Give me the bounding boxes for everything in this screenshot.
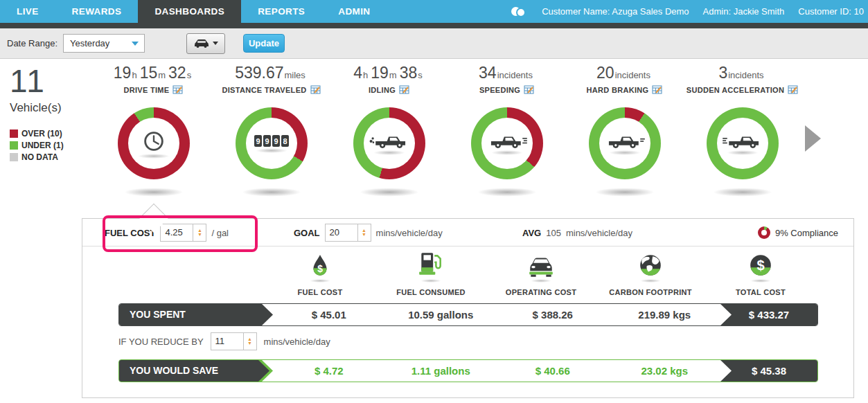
tab-rewards[interactable]: REWARDS [55,0,139,23]
kpi-label: DISTANCE TRAVELED [222,86,306,94]
admin-name-label: Admin: Jackie Smith [703,6,785,17]
save-fuel-consumed: 1.11 gallons [385,360,497,382]
icon-shadow [531,279,551,283]
over-swatch [10,129,18,138]
spinner-down-icon[interactable]: ▼ [247,341,252,346]
svg-text:9: 9 [265,137,269,145]
avg-value: 105 [546,228,561,238]
tab-admin[interactable]: ADMIN [321,0,387,23]
fuel-detail-panel: FUEL COST 4.25 ▲▼ / gal GOAL 20 ▲▼ mins/… [82,218,854,398]
drive-time-donut[interactable] [118,107,190,179]
fuel-cost-input[interactable]: 4.25 [161,224,193,241]
fuel-cost-unit: / gal [211,228,229,238]
donut-shadow [477,188,538,197]
goal-spinner: 20 ▲▼ [325,224,371,242]
donut-shadow [241,188,302,197]
cost-icon-columns: $ FUEL COST FUEL CONSUMED OPERATING COST… [82,249,853,301]
icon-shadow [640,279,661,283]
spent-operating-cost: $ 388.26 [497,304,609,325]
kpi-row: 19h15m32s DRIVE TIME 539.67miles DISTANC… [95,64,801,197]
icon-shadow [310,279,330,283]
tab-dashboards[interactable]: DASHBOARDS [138,0,241,28]
icon-shadow [138,154,170,159]
svg-text:$: $ [317,263,323,274]
kpi-value: 20incidents [566,64,684,83]
spent-fuel-cost: $ 45.01 [273,304,385,325]
reduce-label: IF YOU REDUCE BY [118,337,204,347]
carousel-next-arrow[interactable] [805,125,821,152]
under-swatch [10,141,18,150]
svg-text:9: 9 [274,137,278,145]
column-label: CARBON FOOTPRINT [595,288,706,296]
legend-item-nodata: NO DATA [10,152,93,162]
date-range-label: Date Range: [7,38,57,48]
kpi-card-sudden-acceleration: 3incidents SUDDEN ACCELERATION [684,64,801,197]
spent-fuel-consumed: 10.59 gallons [385,304,497,325]
panel-settings-row: FUEL COST 4.25 ▲▼ / gal GOAL 20 ▲▼ mins/… [82,219,853,247]
icon-shadow [420,279,441,283]
spent-total: $ 433.27 [720,304,817,325]
globe-icon [638,253,663,278]
kpi-card-drive-time: 19h15m32s DRIVE TIME [95,64,213,197]
svg-text:$: $ [756,258,764,273]
column-label: FUEL CONSUMED [375,288,486,296]
date-range-select[interactable]: Yesterday [63,34,145,53]
customer-id-label: Customer ID: 10 [798,6,864,17]
car-icon [193,39,210,48]
dashboard-page: LIVE REWARDS DASHBOARDS REPORTS ADMIN Cu… [0,0,868,403]
speeding-truck-icon [486,132,528,151]
kpi-label: DRIVE TIME [124,86,170,94]
idling-donut[interactable] [353,107,425,179]
donut-hole [717,118,768,169]
edit-goal-calendar-icon[interactable] [788,85,799,95]
date-range-value: Yesterday [70,38,109,48]
speeding-donut[interactable] [471,107,543,179]
cloud-icon[interactable] [510,6,528,17]
reduce-input[interactable]: 11 [211,333,243,350]
icon-shadow [491,150,523,155]
edit-goal-calendar-icon[interactable] [310,85,321,95]
donut-hole: 9998 [246,118,297,169]
nav-right: Customer Name: Azuga Sales Demo Admin: J… [510,0,868,23]
fuel-drop-icon: $ [311,254,329,278]
edit-goal-calendar-icon[interactable] [652,85,663,95]
spinner-down-icon[interactable]: ▼ [362,233,366,237]
idling-truck-icon [369,132,410,151]
fuel-cost-spinner-buttons[interactable]: ▲▼ [193,224,206,241]
spent-carbon-footprint: 219.89 kgs [609,304,721,325]
avg-group: AVG 105 mins/vehicle/day [522,219,632,247]
vehicle-filter-button[interactable] [186,33,225,54]
edit-goal-calendar-icon[interactable] [524,85,535,95]
svg-text:9: 9 [256,137,260,145]
column-label: FUEL COST [265,288,375,296]
edit-goal-calendar-icon[interactable] [172,85,184,95]
legend-label: NO DATA [21,152,58,162]
you-spent-label: YOU SPENT [119,304,273,325]
kpi-card-distance: 539.67miles DISTANCE TRAVELED 9998 [213,64,330,197]
you-would-save-banner: YOU WOULD SAVE $ 4.72 1.11 gallons $ 40.… [118,359,818,382]
kpi-value: 3incidents [684,64,801,83]
spinner-down-icon[interactable]: ▼ [197,233,202,237]
distance-donut[interactable]: 9998 [236,107,308,179]
edit-goal-calendar-icon[interactable] [399,85,410,95]
icon-shadow [256,148,287,153]
goal-label: GOAL [294,228,320,238]
odometer-icon: 9998 [254,134,290,149]
goal-input[interactable]: 20 [326,224,357,241]
reduce-unit: mins/vehicle/day [264,337,330,347]
save-operating-cost: $ 40.66 [497,360,609,382]
tab-live[interactable]: LIVE [0,0,55,23]
hard-braking-donut[interactable] [589,107,661,179]
vehicle-count-unit: Vehicle(s) [10,101,93,115]
tab-reports[interactable]: REPORTS [241,0,321,23]
goal-spinner-buttons[interactable]: ▲▼ [357,224,371,241]
reduce-spinner-buttons[interactable]: ▲▼ [243,333,256,350]
donut-hole [599,118,650,169]
sudden-acceleration-donut[interactable] [707,107,779,179]
save-fuel-cost: $ 4.72 [273,360,385,382]
icon-shadow [609,150,641,155]
legend-item-under: UNDER (1) [10,141,93,150]
icon-shadow [373,150,405,155]
top-navbar: LIVE REWARDS DASHBOARDS REPORTS ADMIN Cu… [0,0,868,23]
update-button[interactable]: Update [243,34,285,53]
